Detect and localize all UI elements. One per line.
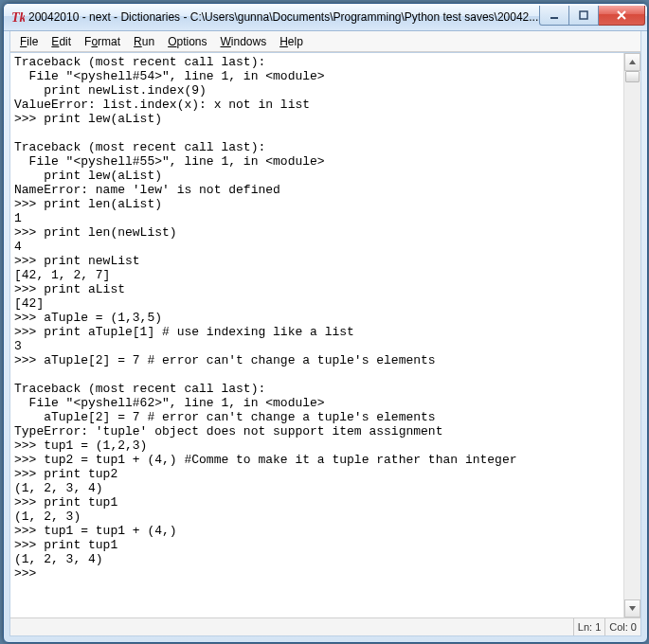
menu-run[interactable]: Run bbox=[128, 33, 160, 50]
menu-file[interactable]: File bbox=[14, 33, 44, 50]
scroll-down-button[interactable] bbox=[624, 599, 640, 617]
window-title: 20042010 - next - Dictionaries - C:\User… bbox=[28, 10, 539, 24]
scroll-up-button[interactable] bbox=[624, 53, 640, 71]
scroll-track[interactable] bbox=[624, 71, 640, 599]
menubar: File Edit Format Run Options Windows Hel… bbox=[9, 31, 641, 52]
menu-options[interactable]: Options bbox=[162, 33, 212, 50]
titlebar[interactable]: Tk 20042010 - next - Dictionaries - C:\U… bbox=[4, 4, 647, 31]
code-editor[interactable]: Traceback (most recent call last): File … bbox=[10, 53, 623, 617]
status-line: Ln: 1 bbox=[573, 618, 604, 635]
app-window: Tk 20042010 - next - Dictionaries - C:\U… bbox=[3, 3, 648, 643]
client-area: Traceback (most recent call last): File … bbox=[9, 52, 641, 636]
vertical-scrollbar[interactable] bbox=[623, 53, 640, 617]
app-icon: Tk bbox=[9, 9, 25, 25]
editor-wrap: Traceback (most recent call last): File … bbox=[10, 53, 640, 617]
menu-help[interactable]: Help bbox=[274, 33, 309, 50]
menu-windows[interactable]: Windows bbox=[215, 33, 273, 50]
svg-rect-2 bbox=[580, 11, 587, 19]
svg-text:Tk: Tk bbox=[11, 10, 25, 25]
window-controls bbox=[539, 6, 645, 25]
menu-format[interactable]: Format bbox=[79, 33, 126, 50]
maximize-button[interactable] bbox=[569, 6, 599, 26]
statusbar: Ln: 1 Col: 0 bbox=[10, 617, 640, 635]
close-button[interactable] bbox=[599, 6, 645, 26]
status-col: Col: 0 bbox=[604, 618, 640, 635]
minimize-button[interactable] bbox=[539, 6, 569, 26]
svg-rect-1 bbox=[550, 17, 558, 19]
menu-edit[interactable]: Edit bbox=[45, 33, 77, 50]
scroll-thumb[interactable] bbox=[625, 71, 640, 82]
